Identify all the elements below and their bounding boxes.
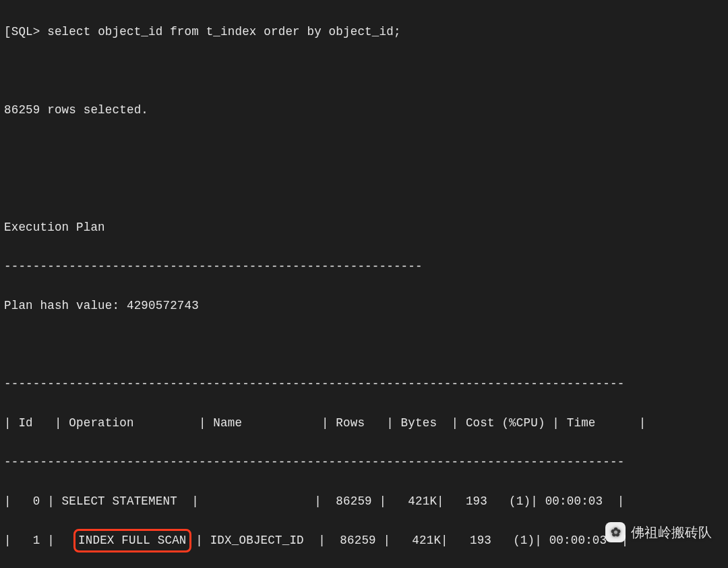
rows-selected: 86259 rows selected. (4, 101, 724, 120)
watermark-icon: ✿ (605, 522, 626, 542)
execution-plan-title: Execution Plan (4, 218, 724, 237)
plan-divider: ----------------------------------------… (4, 453, 724, 472)
plan-divider: ----------------------------------------… (4, 374, 724, 394)
sql-prompt: [SQL> (4, 25, 47, 38)
watermark-text: 佛祖岭搬砖队 (631, 523, 712, 542)
plan-header: | Id | Operation | Name | Rows | Bytes |… (4, 414, 724, 433)
plan-hash: Plan hash value: 4290572743 (4, 296, 724, 316)
plan-row: | 0 | SELECT STATEMENT | | 86259 | 421K|… (4, 492, 724, 511)
terminal-output: [SQL> select object_id from t_index orde… (0, 0, 728, 568)
watermark: ✿ 佛祖岭搬砖队 (605, 522, 712, 542)
divider: ----------------------------------------… (4, 257, 724, 277)
highlighted-operation: INDEX FULL SCAN (73, 529, 191, 552)
sql-statement: select object_id from t_index order by o… (47, 25, 400, 38)
